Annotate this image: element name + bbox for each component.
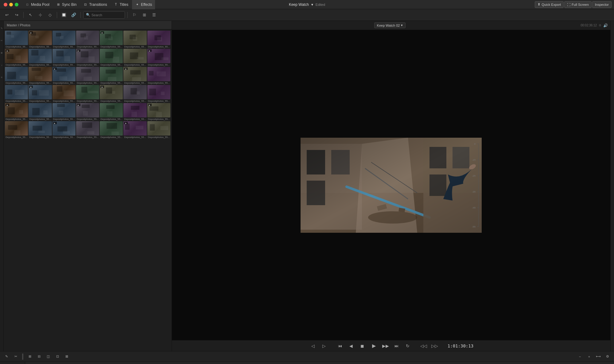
tl-tool-7[interactable]: ⊠	[63, 353, 71, 360]
tl-tool-1[interactable]: ✎	[2, 353, 10, 360]
toolbar-link[interactable]: 🔗	[69, 11, 78, 19]
stop-button[interactable]: ◼	[358, 342, 367, 350]
sidebar-blade-tool[interactable]: ✂	[0, 34, 3, 47]
media-item-8[interactable]: ▶Depositphotos_55...	[5, 49, 28, 66]
media-pool-breadcrumb[interactable]: Master / Photos	[7, 23, 30, 27]
media-item-25[interactable]: Depositphotos_55...	[76, 85, 99, 102]
next-frame-button[interactable]: ▶▶	[381, 342, 390, 350]
media-item-24[interactable]: Depositphotos_55...	[52, 85, 76, 102]
tl-tool-6[interactable]: ⊡	[53, 353, 61, 360]
media-item-31[interactable]: Depositphotos_55...	[52, 103, 76, 121]
media-item-26[interactable]: ▶Depositphotos_55...	[100, 85, 123, 102]
toolbar-snap[interactable]: 🔲	[60, 11, 68, 19]
preview-audio-icon[interactable]: 🔊	[603, 23, 608, 28]
media-item-22[interactable]: Depositphotos_55...	[5, 85, 28, 102]
tl-tool-5[interactable]: ◫	[44, 353, 52, 360]
media-item-29[interactable]: ▶Depositphotos_55...	[5, 103, 28, 121]
media-item-15[interactable]: Depositphotos_55...	[5, 67, 28, 84]
dropdown-arrow[interactable]: ▾	[311, 2, 313, 7]
sidebar-edit-tool[interactable]: ✎	[0, 22, 3, 34]
media-item-21[interactable]: Depositphotos_55...	[147, 67, 170, 84]
tl-fit[interactable]: ⟷	[594, 353, 602, 360]
media-item-3[interactable]: Depositphotos_55...	[52, 31, 76, 48]
full-screen-button[interactable]: ⛶ Full Screen	[564, 1, 592, 8]
loop-button[interactable]: ↻	[403, 342, 412, 350]
window-controls	[0, 3, 22, 6]
timeline-ruler[interactable]: 01:00:00;00 01:00:17;12 01:00:35;00 01:0…	[25, 362, 614, 364]
media-item-9[interactable]: Depositphotos_55...	[29, 49, 52, 66]
menu-effects[interactable]: ✦ Effects	[132, 0, 155, 9]
menu-sync-bin[interactable]: ⊞ Sync Bin	[53, 0, 80, 9]
slow-reverse-button[interactable]: ◁◁	[419, 342, 428, 350]
media-item-27[interactable]: Depositphotos_55...	[123, 85, 146, 102]
preview-settings-icon[interactable]: ⚙	[599, 24, 601, 27]
media-item-39[interactable]: Depositphotos_55...	[76, 121, 99, 139]
media-item-14[interactable]: ▶Depositphotos_55...	[147, 49, 170, 66]
media-item-18[interactable]: Depositphotos_55...	[76, 67, 99, 84]
svg-rect-118	[107, 123, 117, 129]
skip-start-button[interactable]: ⏮	[336, 342, 344, 350]
media-item-13[interactable]: Depositphotos_55...	[123, 49, 146, 66]
menu-transitions[interactable]: ⊡ Transitions	[80, 0, 110, 9]
media-item-37[interactable]: Depositphotos_55...	[29, 121, 52, 139]
tl-tool-3[interactable]: ⊞	[26, 353, 34, 360]
media-item-38[interactable]: ▶Depositphotos_55...	[52, 121, 76, 139]
media-item-4[interactable]: Depositphotos_55...	[76, 31, 99, 48]
media-item-16[interactable]: Depositphotos_55...	[29, 67, 52, 84]
media-item-34[interactable]: Depositphotos_55...	[123, 103, 146, 121]
maximize-button[interactable]	[15, 3, 18, 6]
media-item-12[interactable]: Depositphotos_55...	[100, 49, 123, 66]
tl-zoom-out[interactable]: −	[576, 353, 584, 360]
media-item-30[interactable]: Depositphotos_55...	[29, 103, 52, 121]
toolbar-list-view[interactable]: ☰	[150, 11, 158, 19]
skip-end-button[interactable]: ⏭	[392, 342, 401, 350]
quick-export-button[interactable]: ⬆ Quick Export	[535, 1, 564, 8]
tl-tool-2[interactable]: ✂	[12, 353, 20, 360]
search-container: 🔍	[83, 11, 125, 19]
sidebar-audio-tool[interactable]: ♪	[0, 59, 3, 71]
media-item-10[interactable]: Depositphotos_55...	[52, 49, 76, 66]
toolbar-select[interactable]: ↖	[26, 11, 35, 19]
tl-settings[interactable]: ⚙	[604, 353, 612, 360]
media-item-33[interactable]: Depositphotos_55...	[100, 103, 123, 121]
minimize-button[interactable]	[9, 3, 13, 6]
media-item-1[interactable]: Depositphotos_55...	[5, 31, 28, 48]
prev-frame-button[interactable]: ◀	[347, 342, 356, 350]
toolbar-clip-view[interactable]: ⊞	[140, 11, 149, 19]
media-item-28[interactable]: Depositphotos_55...	[147, 85, 170, 102]
media-item-2[interactable]: ▶Depositphotos_55...	[29, 31, 52, 48]
media-item-32[interactable]: ▶Depositphotos_55...	[76, 103, 99, 121]
toolbar-dynamic-trim[interactable]: ◇	[46, 11, 54, 19]
media-item-7[interactable]: Depositphotos_55...	[147, 31, 170, 48]
media-item-35[interactable]: ▶Depositphotos_55...	[147, 103, 170, 121]
media-item-11[interactable]: ▶Depositphotos_55...	[76, 49, 99, 66]
toolbar-redo[interactable]: ↪	[12, 11, 21, 19]
sidebar-zoom-tool[interactable]: ⊕	[0, 47, 3, 59]
menu-titles[interactable]: T Titles	[111, 0, 131, 9]
media-item-41[interactable]: ▶Depositphotos_55...	[123, 121, 146, 139]
media-item-42[interactable]: Depositphotos_55...	[147, 121, 170, 139]
media-item-6[interactable]: Depositphotos_55...	[123, 31, 146, 48]
media-item-17[interactable]: ▶Depositphotos_55...	[52, 67, 76, 84]
media-item-20[interactable]: ▶Depositphotos_55...	[123, 67, 146, 84]
media-item-19[interactable]: Depositphotos_55...	[100, 67, 123, 84]
toolbar-flag[interactable]: ⚐	[130, 11, 139, 19]
play-button[interactable]: ▶	[369, 341, 379, 351]
clip-name-dropdown[interactable]: Keep Watch 02 ▾	[374, 22, 406, 28]
inspector-button[interactable]: Inspector	[592, 1, 612, 8]
menu-media-pool[interactable]: □ Media Pool	[22, 0, 52, 9]
toolbar-undo[interactable]: ↩	[2, 11, 11, 19]
prev-nav-button[interactable]: ◁	[309, 342, 317, 350]
tl-zoom-in[interactable]: +	[585, 353, 593, 360]
tl-tool-4[interactable]: ⊟	[35, 353, 43, 360]
media-item-40[interactable]: Depositphotos_55...	[100, 121, 123, 139]
close-button[interactable]	[4, 3, 7, 6]
media-item-5[interactable]: ▶Depositphotos_55...	[100, 31, 123, 48]
slow-forward-button[interactable]: ▷▷	[430, 342, 439, 350]
media-item-23[interactable]: ▶Depositphotos_55...	[29, 85, 52, 102]
media-item-36[interactable]: Depositphotos_55...	[5, 121, 28, 139]
next-nav-button[interactable]: ▷	[320, 342, 328, 350]
search-input[interactable]	[91, 13, 122, 17]
sidebar-subtitle-tool[interactable]: ≡	[0, 71, 3, 83]
toolbar-blade[interactable]: ⊹	[36, 11, 45, 19]
